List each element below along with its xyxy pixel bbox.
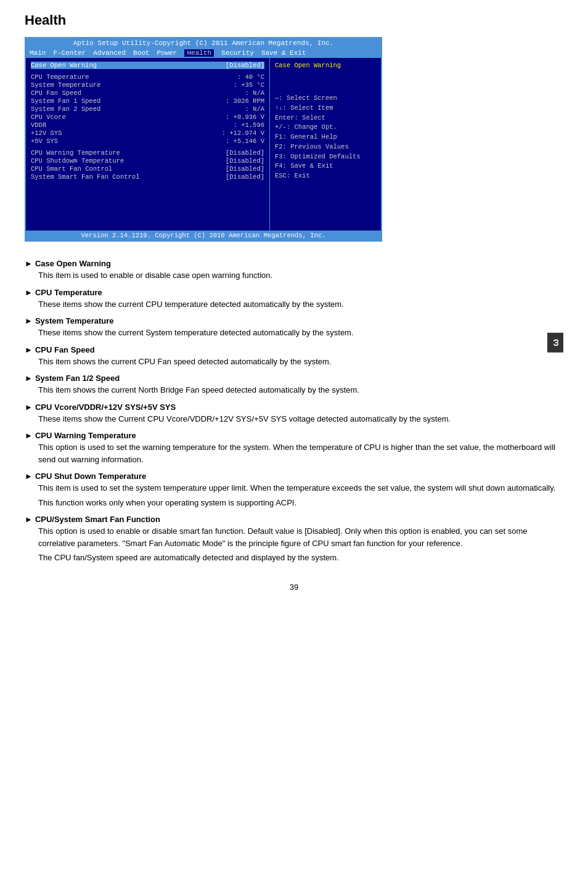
doc-item-body: These items show the current CPU tempera… bbox=[38, 298, 563, 311]
doc-item-title: ►Case Open Warning bbox=[25, 259, 563, 268]
doc-title-text: CPU Temperature bbox=[35, 288, 102, 297]
doc-title-text: CPU/System Smart Fan Function bbox=[35, 515, 160, 524]
bios-item[interactable]: VDDR: +1.596 bbox=[31, 121, 264, 129]
doc-item-body: This option is used to enable or disable… bbox=[38, 525, 563, 564]
bios-right-title: Case Open Warning bbox=[275, 62, 376, 69]
doc-item: ►CPU Shut Down TemperatureThis item is u… bbox=[25, 472, 563, 509]
doc-item: ►CPU/System Smart Fan FunctionThis optio… bbox=[25, 515, 563, 564]
arrow-icon: ► bbox=[25, 316, 33, 325]
doc-item-title: ►CPU/System Smart Fan Function bbox=[25, 515, 563, 524]
key-help-line: F4: Save & Exit bbox=[275, 161, 376, 171]
doc-item-title: ►CPU Shut Down Temperature bbox=[25, 472, 563, 481]
doc-item-body: This option is used to set the warning t… bbox=[38, 441, 563, 465]
menu-security[interactable]: Security bbox=[221, 49, 254, 57]
bios-left-panel: Case Open Warning[Disabled]CPU Temperatu… bbox=[26, 58, 270, 231]
arrow-icon: ► bbox=[25, 403, 33, 412]
doc-body-line: The CPU fan/System speed are automatical… bbox=[38, 552, 563, 564]
bios-screenshot: Aptio Setup Utility-Copyright (C) 2011 A… bbox=[25, 37, 382, 242]
chapter-label: ω bbox=[550, 339, 560, 346]
doc-item: ►CPU Fan SpeedThis item shows the curren… bbox=[25, 345, 563, 368]
key-help-line: F2: Previous Values bbox=[275, 142, 376, 152]
key-help-line: F1: General Help bbox=[275, 133, 376, 142]
bios-item[interactable]: CPU Fan Speed: N/A bbox=[31, 89, 264, 97]
doc-title-text: System Fan 1/2 Speed bbox=[35, 374, 120, 383]
bios-item[interactable]: +12V SYS: +12.074 V bbox=[31, 129, 264, 137]
doc-title-text: Case Open Warning bbox=[35, 259, 111, 268]
key-help-line: ↑↓: Select Item bbox=[275, 104, 376, 113]
key-help-line: F3: Optimized Defaults bbox=[275, 152, 376, 162]
page-number: 39 bbox=[25, 582, 563, 592]
bios-item[interactable]: System Fan 1 Speed: 3026 RPM bbox=[31, 97, 264, 105]
menu-fcenter[interactable]: F-Center bbox=[53, 49, 86, 57]
arrow-icon: ► bbox=[25, 515, 33, 524]
key-help-line: ESC: Exit bbox=[275, 171, 376, 181]
doc-item-title: ►CPU Temperature bbox=[25, 288, 563, 297]
key-help-line: ↔: Select Screen bbox=[275, 94, 376, 104]
bios-footer: Version 2.14.1219. Copyright (C) 2010 Am… bbox=[26, 231, 381, 240]
doc-item: ►CPU Vcore/VDDR/+12V SYS/+5V SYSThese it… bbox=[25, 403, 563, 425]
doc-item-title: ►CPU Warning Temperature bbox=[25, 431, 563, 440]
documentation-section: ►Case Open WarningThis item is used to e… bbox=[25, 259, 563, 564]
bios-item[interactable]: CPU Vcore: +0.936 V bbox=[31, 113, 264, 121]
doc-item-title: ►System Fan 1/2 Speed bbox=[25, 374, 563, 383]
doc-body-line: This item is used to set the system temp… bbox=[38, 482, 563, 494]
arrow-icon: ► bbox=[25, 259, 33, 268]
doc-item: ►System TemperatureThese items show the … bbox=[25, 316, 563, 339]
arrow-icon: ► bbox=[25, 345, 33, 354]
arrow-icon: ► bbox=[25, 374, 33, 383]
doc-item-body: This item is used to set the system temp… bbox=[38, 482, 563, 509]
doc-item-title: ►System Temperature bbox=[25, 316, 563, 325]
key-help-line: +/-: Change Opt. bbox=[275, 123, 376, 133]
menu-advanced[interactable]: Advanced bbox=[93, 49, 126, 57]
doc-item-body: These items show the current System temp… bbox=[38, 327, 563, 339]
arrow-icon: ► bbox=[25, 472, 33, 481]
doc-item: ►Case Open WarningThis item is used to e… bbox=[25, 259, 563, 282]
page-title: Health bbox=[25, 12, 563, 28]
chapter-tab: ω bbox=[547, 333, 563, 353]
doc-title-text: CPU Shut Down Temperature bbox=[35, 472, 146, 481]
menu-main[interactable]: Main bbox=[30, 49, 46, 57]
bios-item[interactable]: System Smart Fan Fan Control[Disabled] bbox=[31, 173, 264, 181]
bios-item[interactable]: CPU Shutdowm Temperature[Disabled] bbox=[31, 157, 264, 165]
bios-item[interactable]: CPU Smart Fan Control[Disabled] bbox=[31, 165, 264, 173]
doc-item: ►CPU TemperatureThese items show the cur… bbox=[25, 288, 563, 311]
doc-item-body: These items show the Current CPU Vcore/V… bbox=[38, 413, 563, 425]
doc-item-body: This item shows the current CPU Fan spee… bbox=[38, 356, 563, 368]
bios-key-help: ↔: Select Screen↑↓: Select ItemEnter: Se… bbox=[275, 94, 376, 181]
doc-title-text: CPU Vcore/VDDR/+12V SYS/+5V SYS bbox=[35, 403, 176, 412]
menu-power[interactable]: Power bbox=[157, 49, 177, 57]
doc-item-body: This item is used to enable or disable c… bbox=[38, 269, 563, 282]
bios-item[interactable]: +5V SYS: +5.146 V bbox=[31, 137, 264, 145]
doc-item: ►CPU Warning TemperatureThis option is u… bbox=[25, 431, 563, 465]
key-help-line: Enter: Select bbox=[275, 113, 376, 123]
menu-boot[interactable]: Boot bbox=[133, 49, 149, 57]
bios-item[interactable]: Case Open Warning[Disabled] bbox=[31, 62, 264, 69]
menu-health[interactable]: Health bbox=[184, 49, 214, 57]
bios-body: Case Open Warning[Disabled]CPU Temperatu… bbox=[26, 58, 381, 231]
bios-item[interactable]: CPU Warning Temperature[Disabled] bbox=[31, 149, 264, 157]
doc-item: ►System Fan 1/2 SpeedThis item shows the… bbox=[25, 374, 563, 396]
doc-item-body: This item shows the current North Bridge… bbox=[38, 384, 563, 396]
bios-item[interactable]: System Fan 2 Speed: N/A bbox=[31, 105, 264, 113]
doc-body-line: This option is used to enable or disable… bbox=[38, 525, 563, 549]
menu-save-exit[interactable]: Save & Exit bbox=[261, 49, 306, 57]
doc-title-text: System Temperature bbox=[35, 316, 114, 325]
doc-body-line: This function works only when your opera… bbox=[38, 497, 563, 509]
bios-title-bar: Aptio Setup Utility-Copyright (C) 2011 A… bbox=[26, 38, 381, 48]
doc-title-text: CPU Warning Temperature bbox=[35, 431, 136, 440]
doc-item-title: ►CPU Fan Speed bbox=[25, 345, 563, 354]
arrow-icon: ► bbox=[25, 288, 33, 297]
bios-menu-bar: Main F-Center Advanced Boot Power Health… bbox=[26, 48, 381, 58]
arrow-icon: ► bbox=[25, 431, 33, 440]
bios-item[interactable]: System Temperature: +35 °C bbox=[31, 81, 264, 89]
bios-right-panel: Case Open Warning ↔: Select Screen↑↓: Se… bbox=[270, 58, 381, 231]
doc-item-title: ►CPU Vcore/VDDR/+12V SYS/+5V SYS bbox=[25, 403, 563, 412]
bios-item[interactable]: CPU Temperature: 40 °C bbox=[31, 73, 264, 81]
doc-title-text: CPU Fan Speed bbox=[35, 345, 95, 354]
